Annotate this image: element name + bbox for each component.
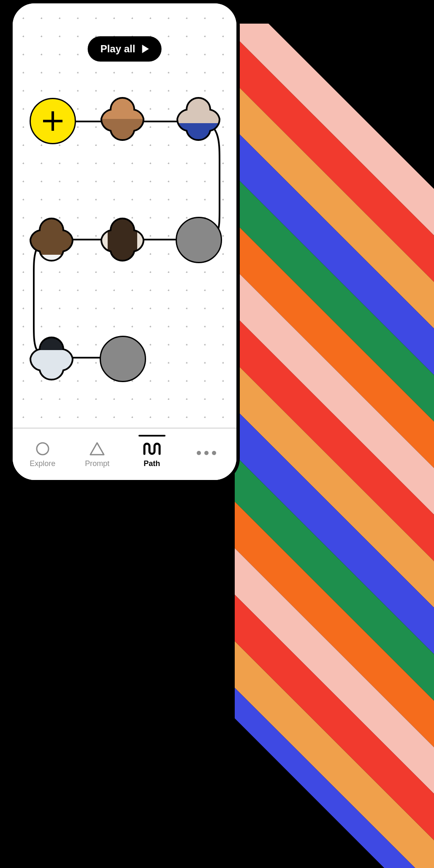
play-all-button[interactable]: Play all: [88, 36, 162, 62]
path-node[interactable]: [97, 94, 148, 144]
svg-rect-34: [26, 337, 77, 350]
tab-label: Prompt: [85, 459, 109, 468]
tab-explore[interactable]: Explore: [19, 441, 66, 468]
play-icon: [142, 45, 149, 53]
svg-rect-31: [108, 214, 137, 265]
dot-grid-canvas[interactable]: Play all: [13, 3, 236, 480]
path-node[interactable]: [26, 333, 77, 384]
path-node[interactable]: [176, 217, 222, 263]
wave-icon: [143, 441, 161, 457]
plus-icon: [43, 111, 62, 131]
tab-bar: Explore Prompt Path: [13, 428, 236, 480]
add-node-button[interactable]: [30, 98, 76, 144]
avatar: [100, 336, 146, 382]
avatar: [97, 214, 148, 265]
avatar: [173, 94, 224, 144]
more-icon: [197, 445, 216, 461]
svg-rect-33: [26, 350, 77, 380]
avatar: [26, 333, 77, 384]
avatar: [176, 217, 222, 263]
tab-label: Path: [144, 459, 160, 468]
triangle-icon: [89, 441, 105, 457]
path-node[interactable]: [97, 214, 148, 265]
avatar: [97, 94, 148, 144]
tab-path[interactable]: Path: [129, 441, 175, 468]
tab-more[interactable]: [183, 445, 230, 464]
path-node[interactable]: [173, 94, 224, 144]
screen: Play all: [13, 3, 236, 480]
play-all-label: Play all: [100, 43, 136, 55]
path-node[interactable]: [100, 336, 146, 382]
tab-prompt[interactable]: Prompt: [74, 441, 120, 468]
svg-point-35: [37, 443, 49, 455]
svg-marker-36: [90, 443, 104, 455]
avatar: [26, 214, 77, 265]
circle-icon: [35, 441, 50, 457]
path-node[interactable]: [26, 214, 77, 265]
phone-frame: Play all: [9, 0, 240, 483]
tab-label: Explore: [30, 459, 55, 468]
